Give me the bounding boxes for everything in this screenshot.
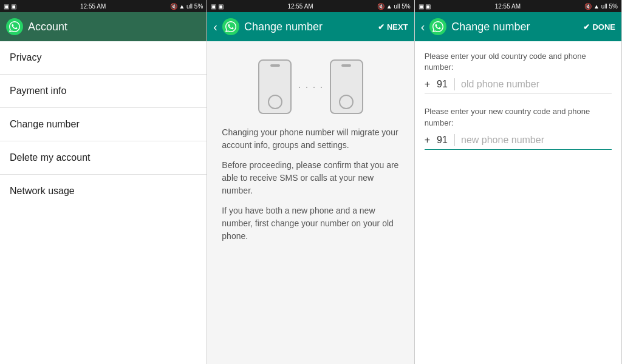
old-number-label: Please enter your old country code and p…: [425, 51, 612, 73]
change-number-form-content: Please enter your old country code and p…: [415, 41, 621, 364]
new-country-code-input[interactable]: [434, 135, 451, 146]
top-bar-1: Account: [0, 12, 207, 41]
panel-change-number-intro: ▣ ▣ 12:55 AM 🔇 ▲ ull 5% ‹ Change number …: [207, 0, 414, 364]
status-icons-left-3: ▣ ▣: [419, 3, 431, 10]
status-time-1: 12:55 AM: [80, 3, 106, 10]
intro-text-1: Changing your phone number will migrate …: [222, 126, 399, 152]
top-bar-3: ‹ Change number ✔ DONE: [415, 12, 621, 41]
status-icons-left-1: ▣ ▣: [4, 3, 16, 10]
status-icons-right-2: 🔇 ▲ ull 5%: [377, 3, 411, 10]
back-button-3[interactable]: ‹: [421, 20, 425, 34]
whatsapp-logo-3: [429, 18, 446, 35]
top-bar-title-1: Account: [28, 21, 200, 33]
old-phone-icon: [258, 59, 292, 114]
status-left-2: ▣ ▣: [211, 3, 224, 10]
new-divider: [454, 134, 455, 146]
next-button[interactable]: ✔ NEXT: [378, 22, 408, 32]
old-phone-input-row: +: [425, 78, 612, 94]
done-button[interactable]: ✔ DONE: [583, 22, 615, 32]
checkmark-icon-next: ✔: [378, 22, 384, 32]
back-button-2[interactable]: ‹: [213, 20, 217, 34]
status-icons-left-2: ▣ ▣: [211, 3, 224, 10]
status-bar-3: ▣ ▣ 12:55 AM 🔇 ▲ ull 5%: [415, 0, 621, 12]
status-right-3: 🔇 ▲ ull 5%: [584, 3, 618, 10]
new-phone-input-row: +: [425, 133, 612, 150]
checkmark-icon-done: ✔: [583, 22, 590, 32]
old-divider: [454, 78, 455, 90]
phones-graphic: · · · ·: [258, 59, 363, 114]
menu-item-delete-account[interactable]: Delete my account: [0, 141, 207, 175]
menu-list: Privacy Payment info Change number Delet…: [0, 41, 207, 364]
old-country-code-input[interactable]: [434, 79, 451, 90]
panel-change-number-form: ▣ ▣ 12:55 AM 🔇 ▲ ull 5% ‹ Change number …: [415, 0, 622, 364]
new-plus-sign: +: [425, 135, 430, 146]
status-right-1: 🔇 ▲ ull 5%: [170, 3, 203, 10]
menu-item-privacy[interactable]: Privacy: [0, 41, 207, 75]
intro-text-2: Before proceeding, please confirm that y…: [222, 159, 399, 197]
panel-account: ▣ ▣ 12:55 AM 🔇 ▲ ull 5% Account Privacy …: [0, 0, 207, 364]
whatsapp-logo-2: [222, 18, 239, 35]
whatsapp-logo-1: [6, 18, 23, 35]
new-phone-number-input[interactable]: [459, 133, 612, 147]
menu-item-change-number[interactable]: Change number: [0, 108, 207, 141]
old-plus-sign: +: [425, 79, 430, 90]
old-phone-number-input[interactable]: [459, 78, 612, 91]
intro-text-3: If you have both a new phone and a new n…: [222, 204, 399, 243]
status-time-2: 12:55 AM: [287, 3, 313, 10]
new-phone-icon: [330, 59, 363, 114]
status-icons-right-1: 🔇 ▲ ull 5%: [170, 3, 203, 10]
status-time-3: 12:55 AM: [495, 3, 521, 10]
top-bar-2: ‹ Change number ✔ NEXT: [207, 12, 414, 41]
status-left-1: ▣ ▣: [4, 3, 16, 10]
top-bar-title-3: Change number: [451, 21, 578, 33]
status-left-3: ▣ ▣: [419, 3, 431, 10]
menu-item-network-usage[interactable]: Network usage: [0, 175, 207, 207]
transfer-dots: · · · ·: [298, 81, 323, 93]
status-bar-1: ▣ ▣ 12:55 AM 🔇 ▲ ull 5%: [0, 0, 207, 12]
new-number-label: Please enter your new country code and p…: [425, 106, 612, 128]
menu-item-payment[interactable]: Payment info: [0, 75, 207, 108]
top-bar-title-2: Change number: [244, 21, 373, 33]
status-icons-right-3: 🔇 ▲ ull 5%: [584, 3, 618, 10]
status-bar-2: ▣ ▣ 12:55 AM 🔇 ▲ ull 5%: [207, 0, 414, 12]
change-number-intro-content: · · · · Changing your phone number will …: [207, 41, 414, 364]
status-right-2: 🔇 ▲ ull 5%: [377, 3, 411, 10]
